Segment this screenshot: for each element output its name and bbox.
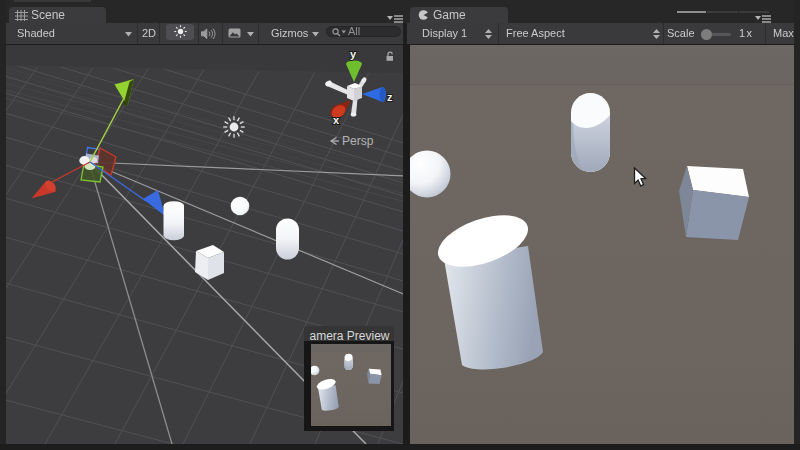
svg-text:x: x [333,114,340,126]
svg-text:Persp: Persp [342,134,374,148]
svg-text:amera Preview: amera Preview [310,329,390,343]
svg-text:z: z [387,91,393,103]
svg-text:y: y [350,48,357,60]
